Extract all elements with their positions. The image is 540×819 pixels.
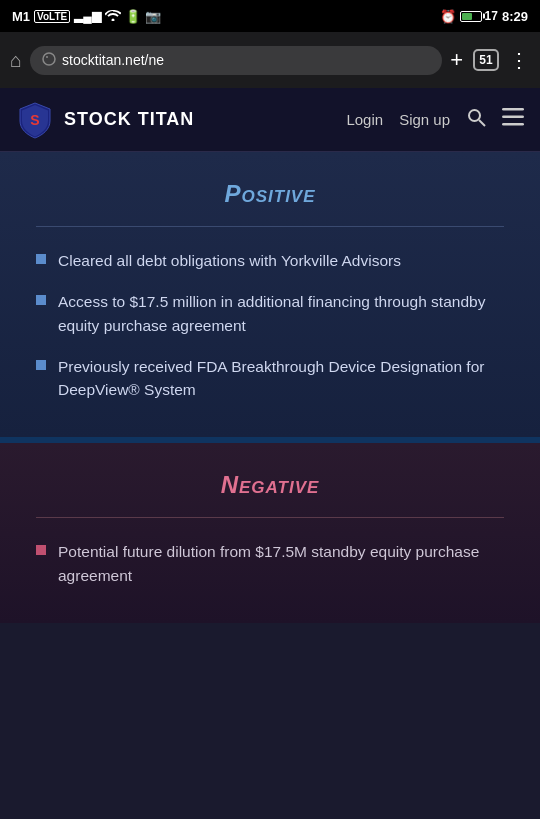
negative-section: Negative Potential future dilution from … [0, 443, 540, 623]
logo-area: S STOCK TITAN [16, 101, 346, 139]
positive-divider [36, 226, 504, 227]
positive-section: Positive Cleared all debt obligations wi… [0, 152, 540, 443]
browser-actions: + 51 ⋮ [450, 47, 530, 73]
login-link[interactable]: Login [346, 111, 383, 128]
url-bar[interactable]: stocktitan.net/ne [30, 46, 442, 75]
time-display: 8:29 [502, 9, 528, 24]
negative-bullet-list: Potential future dilution from $17.5M st… [36, 540, 504, 587]
battery-percent: 17 [485, 9, 498, 23]
status-left: M1 VoLTE ▂▄▆ 🔋 📷 [12, 9, 161, 24]
home-button[interactable]: ⌂ [10, 49, 22, 72]
list-item: Potential future dilution from $17.5M st… [36, 540, 504, 587]
battery-display: 17 [460, 9, 498, 23]
positive-item-1: Cleared all debt obligations with Yorkvi… [58, 249, 401, 272]
bullet-icon [36, 545, 46, 555]
nav-bar: S STOCK TITAN Login Sign up [0, 88, 540, 152]
status-bar: M1 VoLTE ▂▄▆ 🔋 📷 ⏰ 17 8:29 [0, 0, 540, 32]
svg-point-0 [43, 53, 55, 65]
svg-rect-6 [502, 116, 524, 119]
status-right: ⏰ 17 8:29 [440, 9, 528, 24]
list-item: Access to $17.5 million in additional fi… [36, 290, 504, 337]
volte-badge: VoLTE [34, 10, 70, 23]
positive-item-2: Access to $17.5 million in additional fi… [58, 290, 504, 337]
menu-icon[interactable] [502, 108, 524, 131]
instagram-icon: 📷 [145, 9, 161, 24]
content-area: Positive Cleared all debt obligations wi… [0, 152, 540, 623]
brand-name: STOCK TITAN [64, 109, 194, 130]
signup-link[interactable]: Sign up [399, 111, 450, 128]
positive-title: Positive [36, 180, 504, 208]
tab-count-badge[interactable]: 51 [473, 49, 499, 71]
bullet-icon [36, 295, 46, 305]
svg-rect-7 [502, 123, 524, 126]
search-icon[interactable] [466, 107, 486, 132]
carrier-label: M1 [12, 9, 30, 24]
svg-rect-5 [502, 108, 524, 111]
wifi-icon [105, 9, 121, 24]
svg-point-1 [46, 56, 48, 58]
signal-icon: ▂▄▆ [74, 9, 101, 23]
svg-line-4 [479, 120, 485, 126]
negative-divider [36, 517, 504, 518]
svg-text:S: S [30, 112, 39, 128]
negative-title: Negative [36, 471, 504, 499]
security-icon [42, 52, 56, 69]
more-menu-button[interactable]: ⋮ [509, 48, 530, 72]
battery-icon-status: 🔋 [125, 9, 141, 24]
logo-shield-icon: S [16, 101, 54, 139]
url-text: stocktitan.net/ne [62, 52, 430, 68]
bullet-icon [36, 360, 46, 370]
negative-item-1: Potential future dilution from $17.5M st… [58, 540, 504, 587]
browser-bar: ⌂ stocktitan.net/ne + 51 ⋮ [0, 32, 540, 88]
new-tab-button[interactable]: + [450, 47, 463, 73]
list-item: Cleared all debt obligations with Yorkvi… [36, 249, 504, 272]
alarm-icon: ⏰ [440, 9, 456, 24]
positive-bullet-list: Cleared all debt obligations with Yorkvi… [36, 249, 504, 401]
list-item: Previously received FDA Breakthrough Dev… [36, 355, 504, 402]
nav-links: Login Sign up [346, 107, 524, 132]
positive-item-3: Previously received FDA Breakthrough Dev… [58, 355, 504, 402]
bullet-icon [36, 254, 46, 264]
svg-point-3 [469, 110, 480, 121]
